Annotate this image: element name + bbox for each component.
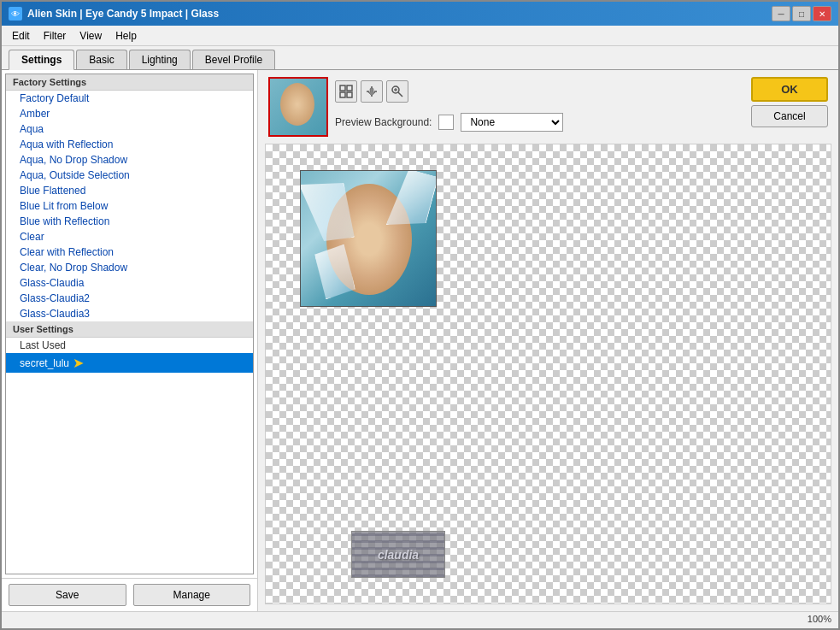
glass-shard-1 <box>300 170 362 249</box>
app-icon: 👁 <box>9 7 22 21</box>
tab-lighting[interactable]: Lighting <box>129 50 191 69</box>
ok-button[interactable]: OK <box>751 77 828 102</box>
preview-image-container <box>300 170 437 307</box>
list-item-factory-default[interactable]: Factory Default <box>6 91 253 106</box>
content-area: Preview Background: None White Black Cus… <box>258 70 838 611</box>
preview-bg-row: Preview Background: None White Black Cus… <box>335 113 744 132</box>
save-button[interactable]: Save <box>9 584 126 606</box>
preview-bg-label: Preview Background: <box>335 116 432 128</box>
list-item-clear-no-drop[interactable]: Clear, No Drop Shadow <box>6 260 253 275</box>
list-item-aqua-outside[interactable]: Aqua, Outside Selection <box>6 168 253 183</box>
main-window: 👁 Alien Skin | Eye Candy 5 Impact | Glas… <box>0 0 840 630</box>
glass-portrait <box>300 170 437 307</box>
watermark-text: claudia <box>378 548 419 562</box>
menu-help[interactable]: Help <box>109 28 144 44</box>
tabs-row: Settings Basic Lighting Bevel Profile <box>2 46 838 70</box>
menu-view[interactable]: View <box>73 28 109 44</box>
glass-shard-3 <box>314 244 356 300</box>
list-item-blue-lit[interactable]: Blue Lit from Below <box>6 198 253 214</box>
status-bar: 100% <box>2 611 838 628</box>
glass-shards <box>301 171 436 306</box>
list-item-glass-claudia2[interactable]: Glass-Claudia2 <box>6 291 253 306</box>
svg-rect-1 <box>347 85 352 91</box>
menu-filter[interactable]: Filter <box>37 28 73 44</box>
svg-rect-0 <box>340 85 345 91</box>
close-button[interactable]: ✕ <box>813 6 831 21</box>
arrow-icon: ➤ <box>73 355 84 371</box>
list-item-aqua-no-drop[interactable]: Aqua, No Drop Shadow <box>6 152 253 168</box>
list-item-aqua[interactable]: Aqua <box>6 121 253 137</box>
maximize-button[interactable]: □ <box>792 6 811 21</box>
header-row: Preview Background: None White Black Cus… <box>261 74 835 140</box>
menubar: Edit Filter View Help <box>2 26 838 46</box>
thumbnail-preview[interactable] <box>268 77 328 137</box>
thumb-face <box>280 83 314 126</box>
list-item-clear[interactable]: Clear <box>6 229 253 244</box>
sidebar-bottom: Save Manage <box>2 578 257 611</box>
svg-rect-3 <box>347 92 352 97</box>
preview-bg-select[interactable]: None White Black Custom <box>461 113 563 132</box>
list-item-clear-reflection[interactable]: Clear with Reflection <box>6 244 253 260</box>
list-item-amber[interactable]: Amber <box>6 106 253 121</box>
window-title: Alien Skin | Eye Candy 5 Impact | Glass <box>27 8 219 20</box>
factory-settings-header: Factory Settings <box>6 74 253 91</box>
ok-cancel-area: OK Cancel <box>751 77 828 127</box>
glass-shard-2 <box>386 170 437 235</box>
sidebar: Factory Settings Factory Default Amber A… <box>2 70 258 611</box>
list-item-aqua-reflection[interactable]: Aqua with Reflection <box>6 137 253 152</box>
list-item-blue-flattened[interactable]: Blue Flattened <box>6 183 253 198</box>
list-item-blue-reflection[interactable]: Blue with Reflection <box>6 214 253 229</box>
last-used-label: Last Used <box>6 338 253 353</box>
title-bar: 👁 Alien Skin | Eye Candy 5 Impact | Glas… <box>2 2 838 26</box>
thumbnail-image <box>270 79 326 135</box>
svg-rect-2 <box>340 92 345 97</box>
selected-item-text: secret_lulu <box>20 357 69 369</box>
fit-icon <box>339 85 353 98</box>
tab-bevel-profile[interactable]: Bevel Profile <box>192 50 275 69</box>
pan-button[interactable] <box>361 80 383 103</box>
watermark-overlay: claudia <box>351 531 445 578</box>
minimize-button[interactable]: ─ <box>772 6 790 21</box>
bg-color-swatch[interactable] <box>438 115 454 130</box>
settings-list[interactable]: Factory Settings Factory Default Amber A… <box>5 74 254 574</box>
svg-line-5 <box>398 92 402 97</box>
fit-to-window-button[interactable] <box>335 80 357 103</box>
tab-settings[interactable]: Settings <box>9 50 74 70</box>
list-item-glass-claudia3[interactable]: Glass-Claudia3 <box>6 306 253 321</box>
cancel-button[interactable]: Cancel <box>751 105 828 127</box>
tab-basic[interactable]: Basic <box>76 50 126 69</box>
manage-button[interactable]: Manage <box>133 584 251 606</box>
tools-and-bg: Preview Background: None White Black Cus… <box>335 77 744 132</box>
zoom-level: 100% <box>808 614 831 627</box>
main-area: Factory Settings Factory Default Amber A… <box>2 70 838 611</box>
list-item-glass-claudia[interactable]: Glass-Claudia <box>6 275 253 291</box>
preview-tools <box>335 80 744 103</box>
title-bar-left: 👁 Alien Skin | Eye Candy 5 Impact | Glas… <box>9 7 219 21</box>
list-item-secret-lulu[interactable]: secret_lulu ➤ <box>6 353 253 373</box>
zoom-icon <box>391 85 404 98</box>
preview-canvas: claudia <box>265 144 831 604</box>
window-controls: ─ □ ✕ <box>772 6 831 21</box>
zoom-button[interactable] <box>386 80 408 103</box>
user-settings-header: User Settings <box>6 321 253 338</box>
pan-icon <box>365 85 379 98</box>
menu-edit[interactable]: Edit <box>5 28 37 44</box>
